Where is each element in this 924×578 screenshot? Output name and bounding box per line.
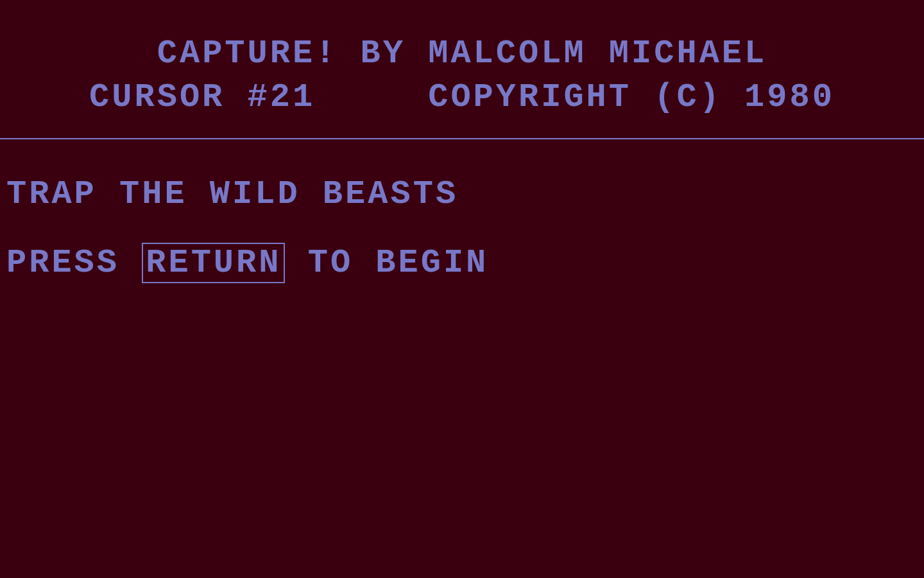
content-section: TRAP THE WILD BEASTS PRESS RETURN TO BEG… — [0, 139, 924, 282]
screen: CAPTURE! BY MALCOLM MICHAEL CURSOR #21 C… — [0, 0, 924, 578]
press-prefix: PRESS — [6, 244, 142, 282]
copyright-text: COPYRIGHT (C) 1980 — [428, 78, 835, 116]
trap-line: TRAP THE WILD BEASTS — [6, 171, 918, 218]
return-key[interactable]: RETURN — [142, 243, 285, 283]
title-text: CAPTURE! BY MALCOLM MICHAEL — [157, 35, 767, 73]
header-section: CAPTURE! BY MALCOLM MICHAEL CURSOR #21 C… — [0, 0, 924, 119]
cursor-text: CURSOR #21 — [89, 78, 315, 116]
trap-text: TRAP THE WILD BEASTS — [6, 175, 458, 213]
press-suffix: TO BEGIN — [285, 244, 488, 282]
title-line1: CAPTURE! BY MALCOLM MICHAEL — [0, 32, 924, 76]
title-line2: CURSOR #21 COPYRIGHT (C) 1980 — [0, 76, 924, 119]
press-line: PRESS RETURN TO BEGIN — [6, 244, 918, 282]
